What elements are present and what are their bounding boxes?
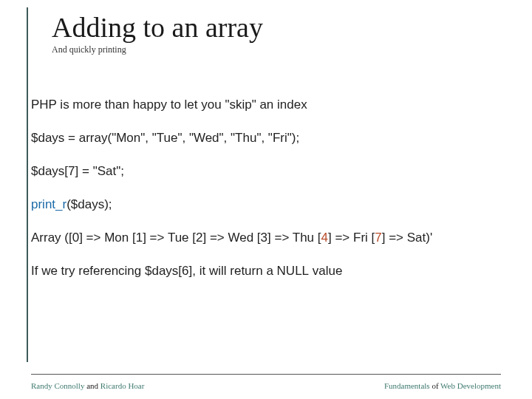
output-part-c: ] => Sat)': [382, 231, 432, 245]
code-line-1: $days = array("Mon", "Tue", "Wed", "Thu"…: [31, 130, 501, 147]
output-line: Array ([0] => Mon [1] => Tue [2] => Wed …: [31, 230, 501, 247]
output-part-b: ] => Fri [: [328, 231, 375, 245]
slide-subtitle: And quickly printing: [52, 44, 501, 55]
left-accent-rule: [27, 7, 28, 362]
author-1: Randy Connolly: [31, 381, 86, 390]
null-word: NULL: [277, 264, 309, 278]
author-2: Ricardo Hoar: [98, 381, 144, 390]
output-part-a: Array ([0] => Mon [1] => Tue [2] => Wed …: [31, 231, 321, 245]
footer-and: and: [86, 381, 98, 390]
index-7: 7: [375, 231, 381, 245]
ref-part-b: value: [309, 264, 342, 278]
index-4: 4: [321, 231, 328, 245]
slide-title: Adding to an array: [52, 13, 501, 43]
footer-right: Fundamentals of Web Development: [384, 381, 501, 390]
intro-text: PHP is more than happy to let you "skip"…: [31, 97, 501, 114]
book-word-2: Web Development: [439, 381, 501, 390]
slide-body: PHP is more than happy to let you "skip"…: [31, 97, 501, 296]
footer-rule: [31, 374, 501, 375]
footer-of: of: [432, 381, 438, 390]
footer-left: Randy Connolly and Ricardo Hoar: [31, 381, 144, 390]
ref-part-a: If we try referencing $days[6], it will …: [31, 264, 277, 278]
reference-line: If we try referencing $days[6], it will …: [31, 263, 501, 280]
slide: Adding to an array And quickly printing …: [0, 0, 532, 399]
function-name: print_r: [31, 197, 66, 211]
code-line-3-rest: ($days);: [66, 197, 112, 211]
code-line-3: print_r($days);: [31, 197, 501, 214]
footer: Randy Connolly and Ricardo Hoar Fundamen…: [31, 381, 501, 390]
book-word-1: Fundamentals: [384, 381, 432, 390]
code-line-2: $days[7] = "Sat";: [31, 163, 501, 180]
